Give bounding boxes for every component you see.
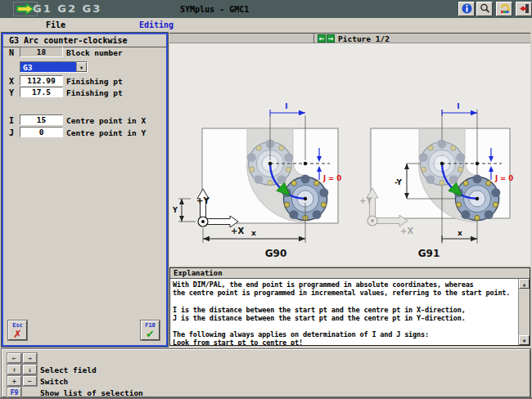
explanation-line: The following always applies on determin…	[173, 330, 518, 338]
arrow-left-icon: ←	[319, 35, 325, 43]
field-label-i: Centre point in X	[66, 116, 146, 125]
y-dim-label-g90: Y	[172, 207, 178, 214]
gcode-select[interactable]: G3 ▼	[20, 61, 88, 73]
esc-cancel-button[interactable]: Esc ✗	[8, 321, 27, 340]
field-letter-i: I	[9, 116, 14, 125]
f10-confirm-button[interactable]: F10 ✔	[141, 321, 160, 340]
scroll-down-icon: ▼	[523, 338, 526, 343]
picture-header: ← → Picture 1/2	[169, 33, 530, 43]
arrow-right-icon: →	[328, 35, 334, 43]
caption-g90: G90	[265, 248, 287, 259]
explanation-line	[173, 297, 518, 305]
explanation-line: J is the distance between the start pt a…	[173, 314, 518, 322]
field-letter-y: Y	[9, 88, 14, 97]
caption-g91: G91	[418, 248, 440, 259]
window-title: SYMplus - GMC1	[180, 5, 249, 14]
exit-button[interactable]	[516, 2, 532, 16]
magnifier-icon	[480, 2, 490, 17]
gcode-group-label: G1 G2 G3	[33, 2, 101, 15]
diagram-g90: I J = 0 +Y +X Y x G	[172, 102, 341, 259]
title-bar: G1 G2 G3 SYMplus - GMC1	[0, 0, 532, 18]
i-dim-label-g91: I	[457, 102, 459, 110]
field-letter-n: N	[9, 48, 14, 57]
picture-next-button[interactable]: →	[327, 34, 335, 43]
key-arrow-up[interactable]: ↑	[7, 365, 21, 374]
block-number-input[interactable]	[20, 47, 63, 57]
field-letter-x: X	[9, 77, 14, 86]
cancel-x-icon: ✗	[13, 329, 22, 339]
show-list-help-label: Show list of selection	[40, 388, 143, 397]
key-help-bar: ← → ↑ ↓ Select field + − Switch F9 Show …	[2, 349, 530, 397]
j-centre-input[interactable]	[20, 127, 63, 137]
gcode-edit-panel: G3 Arc counter-clockwise N Block number …	[2, 33, 168, 347]
key-arrow-right[interactable]: →	[23, 353, 37, 363]
picture-prev-button[interactable]: ←	[318, 34, 326, 43]
key-arrow-down[interactable]: ↓	[23, 365, 37, 374]
x-dim-label-g91: x	[458, 229, 462, 237]
gcode-select-value: G3	[20, 62, 76, 72]
header-divider	[313, 34, 314, 43]
key-minus[interactable]: −	[23, 376, 37, 386]
hint-icon	[499, 2, 510, 17]
j-zero-label-g91: J = 0	[494, 174, 513, 182]
picture-page-indicator: Picture 1/2	[338, 34, 390, 43]
explanation-line: the centre point is programmed in increm…	[173, 289, 518, 297]
info-icon	[462, 2, 472, 17]
x-dim-label-g90: x	[251, 229, 256, 237]
zoom-button[interactable]	[476, 2, 493, 16]
x-finishing-input[interactable]	[20, 75, 63, 86]
key-f9[interactable]: F9	[7, 388, 21, 397]
hint-button[interactable]	[496, 2, 512, 16]
field-label-y: Finishing pt	[66, 88, 123, 97]
chevron-down-icon[interactable]: ▼	[76, 62, 87, 72]
info-button[interactable]	[458, 2, 475, 16]
plus-x-label-g90: +X	[231, 226, 244, 235]
explanation-text: With DIM/PAL, the end point is programme…	[170, 279, 518, 345]
explanation-title: Explanation	[170, 268, 530, 279]
plus-x-label-g91: +X	[400, 226, 413, 235]
key-arrow-left[interactable]: ←	[7, 353, 21, 363]
i-dim-label-g90: I	[285, 102, 287, 110]
scroll-down-button[interactable]: ▼	[519, 335, 530, 345]
menu-file[interactable]: File	[46, 20, 65, 29]
explanation-line: Look from start pt to centre pt!	[173, 338, 518, 345]
minus-y-dim-label-g91: -Y	[394, 178, 402, 186]
arc-diagram-canvas: I J = 0 +Y +X Y x G	[169, 43, 530, 266]
explanation-line	[173, 322, 518, 330]
explanation-scrollbar[interactable]: ▲ ▼	[518, 279, 530, 345]
scroll-up-icon: ▲	[523, 281, 526, 287]
panel-title: G3 Arc counter-clockwise	[3, 34, 166, 47]
field-label-x: Finishing pt	[66, 77, 123, 86]
field-letter-j: J	[9, 128, 14, 137]
plus-y-label-g91: +Y	[359, 196, 372, 205]
plus-y-label-g90: +Y	[196, 196, 210, 205]
i-centre-input[interactable]	[20, 114, 63, 125]
confirm-check-icon: ✔	[146, 329, 155, 339]
field-label-n: Block number	[66, 48, 123, 57]
field-label-j: Centre point in Y	[66, 128, 146, 137]
key-plus[interactable]: +	[7, 376, 21, 386]
j-zero-label-g90: J = 0	[322, 174, 341, 182]
picture-area: I J = 0 +Y +X Y x G	[169, 43, 530, 266]
menu-bar: File Editing	[0, 18, 532, 33]
explanation-line: With DIM/PAL, the end point is programme…	[173, 280, 518, 289]
explanation-line: I is the distance between the start pt a…	[173, 306, 518, 314]
explanation-panel: Explanation With DIM/PAL, the end point …	[169, 267, 530, 346]
scroll-up-button[interactable]: ▲	[519, 279, 530, 289]
y-finishing-input[interactable]	[20, 87, 63, 97]
select-field-help-label: Select field	[40, 365, 97, 374]
diagram-g91: I J = 0 -Y +Y +X x G91	[359, 102, 513, 259]
exit-door-icon	[519, 2, 530, 17]
switch-help-label: Switch	[40, 377, 68, 386]
menu-editing[interactable]: Editing	[139, 20, 174, 29]
